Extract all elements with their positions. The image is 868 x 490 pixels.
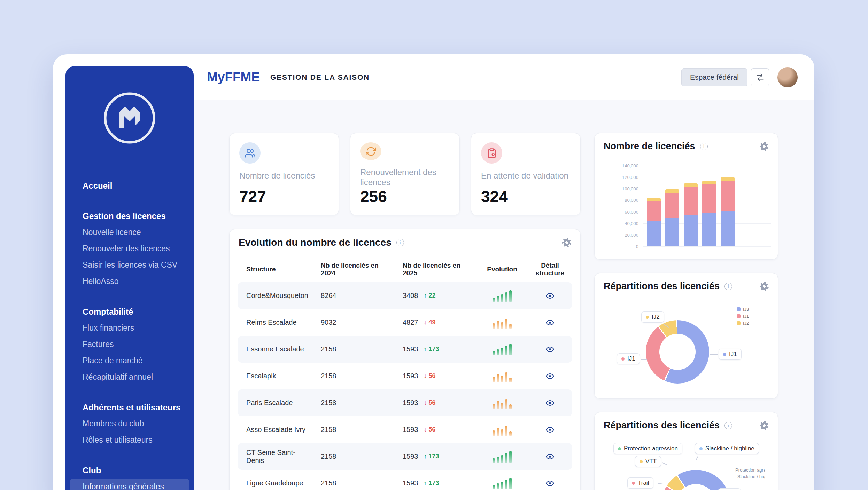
spark-bar <box>505 292 507 302</box>
view-structure-button[interactable] <box>545 292 555 300</box>
cell-structure: Corde&Mousqueton <box>238 292 312 300</box>
info-icon[interactable]: i <box>724 422 732 429</box>
trend-sparkline <box>493 343 512 355</box>
evolution-table: Structure Nb de licenciés en 2024 Nb de … <box>230 256 580 490</box>
sidebar-item[interactable]: Renouveler des licences <box>70 240 189 257</box>
cell-licencies-2024: 2158 <box>312 426 394 434</box>
sidebar-item[interactable]: Informations générales <box>70 479 189 490</box>
cell-structure: Reims Escalade <box>238 318 312 326</box>
stat-card-licencies: Nombre de licenciés 727 <box>229 133 339 215</box>
spark-bar <box>509 431 512 436</box>
sidebar-item[interactable]: Nouvelle licence <box>70 224 189 240</box>
table-row[interactable]: Corde&Mousqueton82643408↑ 22 <box>238 282 572 309</box>
trend-sparkline <box>493 290 512 302</box>
licencies-2025-value: 4827 <box>403 318 418 326</box>
spark-bar <box>493 377 495 382</box>
stacked-bar <box>665 189 679 246</box>
switch-space-button[interactable] <box>751 68 769 86</box>
donut-label-ij1-left[interactable]: IJ1 <box>617 353 640 364</box>
spark-bar <box>509 404 512 409</box>
view-structure-button[interactable] <box>545 345 555 354</box>
sidebar-item[interactable]: Saisir les licences via CSV <box>70 257 189 273</box>
settings-gear-icon[interactable] <box>760 282 769 291</box>
donut-label-trail[interactable]: Trail <box>627 477 653 489</box>
view-structure-button[interactable] <box>545 372 555 380</box>
refresh-icon <box>360 142 381 160</box>
users-icon <box>239 142 261 164</box>
legend-label: IJ2 <box>743 321 749 326</box>
donut-label-vtt[interactable]: VTT <box>635 456 661 467</box>
stat-card-attente: En attente de validation 324 <box>471 133 581 215</box>
table-row[interactable]: Reims Escalade90324827↓ 49 <box>238 309 572 336</box>
donut-annotation: Protection agression <box>735 467 765 473</box>
column-header-detail: Détail structure <box>527 262 573 277</box>
cell-licencies-2024: 9032 <box>312 318 394 326</box>
evolution-delta: ↑ 173 <box>424 453 439 460</box>
view-structure-button[interactable] <box>545 399 555 407</box>
sidebar-item[interactable]: Membres du club <box>70 416 189 432</box>
settings-gear-icon[interactable] <box>760 142 769 151</box>
chip-label: VTT <box>645 458 657 465</box>
view-structure-button[interactable] <box>545 479 555 488</box>
stat-value: 324 <box>481 187 571 206</box>
y-axis-label: 20,000 <box>599 232 638 238</box>
sidebar-section-title[interactable]: Comptabilité <box>70 303 189 320</box>
sidebar-item[interactable]: Flux financiers <box>70 320 189 336</box>
chip-label: IJ1 <box>627 355 635 362</box>
stacked-bar <box>647 198 661 246</box>
cell-licencies-2024: 2158 <box>312 345 394 353</box>
espace-federal-button[interactable]: Espace fédéral <box>681 68 747 86</box>
info-icon[interactable]: i <box>396 239 404 246</box>
table-row[interactable]: Ligue Guadeloupe21581593↑ 173 <box>238 470 572 490</box>
donut-label-protection[interactable]: Protection agression <box>613 443 682 454</box>
bar-group <box>647 166 735 246</box>
settings-gear-icon[interactable] <box>562 238 571 247</box>
card-title: Répartitions des licenciés <box>604 420 720 431</box>
sidebar-item[interactable]: Rôles et utilisateurs <box>70 432 189 448</box>
bar-segment <box>647 201 661 221</box>
card-title: Evolution du nombre de licences <box>239 237 392 248</box>
brand-title: MyFFME <box>207 70 260 85</box>
cell-trend <box>477 397 527 409</box>
donut-label-ij1[interactable]: IJ1 <box>718 488 741 490</box>
user-avatar[interactable] <box>777 67 798 87</box>
sidebar-section-title[interactable]: Accueil <box>70 177 189 194</box>
column-header-structure: Structure <box>238 266 312 273</box>
table-row[interactable]: CT Seine Saint-Denis21581593↑ 173 <box>238 443 572 470</box>
table-row[interactable]: Essonne Escalade21581593↑ 173 <box>238 336 572 363</box>
table-row[interactable]: Escalapik21581593↓ 56 <box>238 363 572 389</box>
view-structure-button[interactable] <box>545 426 555 434</box>
legend-item: IJ2 <box>737 321 749 326</box>
chart-card-header: Nombre de licenciés i <box>595 133 778 159</box>
bar-segment <box>684 215 698 246</box>
sidebar-item[interactable]: Factures <box>70 336 189 353</box>
spark-bar <box>493 298 495 302</box>
cell-structure: Ligue Guadeloupe <box>238 479 312 487</box>
info-icon[interactable]: i <box>724 283 732 290</box>
sidebar-item[interactable]: HelloAsso <box>70 273 189 290</box>
spark-bar <box>509 344 512 355</box>
evolution-table-body: Corde&Mousqueton82643408↑ 22Reims Escala… <box>238 282 572 490</box>
view-structure-button[interactable] <box>545 318 555 327</box>
repartition-card-2: Répartitions des licenciés i Protection … <box>594 412 778 490</box>
sidebar-section-title[interactable]: Club <box>70 462 189 479</box>
donut-label-slackline[interactable]: Slackline / highline <box>695 443 759 454</box>
sidebar-section-title[interactable]: Adhérents et utilisateurs <box>70 399 189 416</box>
view-structure-button[interactable] <box>545 452 555 461</box>
sidebar-section-title[interactable]: Gestion des licences <box>70 208 189 224</box>
table-row[interactable]: Asso Escalade Ivry21581593↓ 56 <box>238 416 572 443</box>
spark-bar <box>509 378 512 382</box>
column-header-2024: Nb de licenciés en 2024 <box>312 262 394 277</box>
stat-label: Nombre de licenciés <box>239 171 329 181</box>
settings-gear-icon[interactable] <box>760 421 769 430</box>
donut-label-ij1-right[interactable]: IJ1 <box>719 349 742 360</box>
spark-bar <box>501 294 503 302</box>
spark-bar <box>493 458 495 463</box>
donut-label-ij2[interactable]: IJ2 <box>641 311 664 323</box>
info-icon[interactable]: i <box>700 143 708 150</box>
table-row[interactable]: Paris Escalade21581593↓ 56 <box>238 389 572 416</box>
sidebar-item[interactable]: Récapitulatif annuel <box>70 369 189 385</box>
cell-detail <box>527 345 573 354</box>
stat-value: 256 <box>360 187 450 206</box>
sidebar-item[interactable]: Place de marché <box>70 353 189 369</box>
